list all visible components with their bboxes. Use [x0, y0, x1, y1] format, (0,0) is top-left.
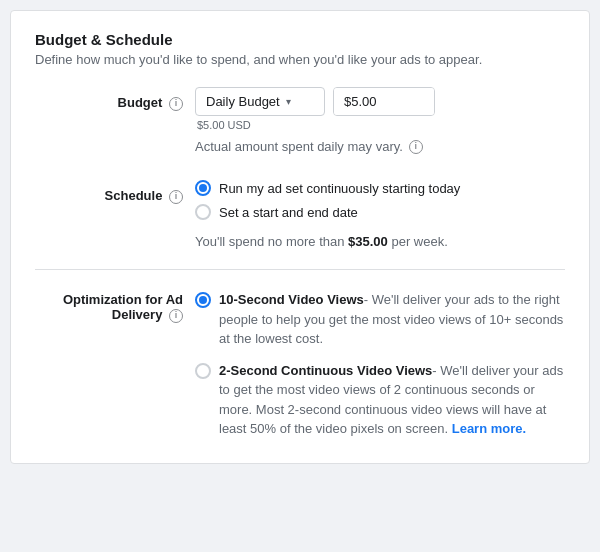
schedule-option-continuous-label: Run my ad set continuously starting toda…: [219, 181, 460, 196]
budget-type-dropdown[interactable]: Daily Budget ▾: [195, 87, 325, 116]
section-subtitle: Define how much you'd like to spend, and…: [35, 52, 565, 67]
budget-schedule-card: Budget & Schedule Define how much you'd …: [10, 10, 590, 464]
optimization-option-2sec-text: 2-Second Continuous Video Views- We'll d…: [219, 361, 565, 439]
schedule-option-date-range-label: Set a start and end date: [219, 205, 358, 220]
amount-note-info-icon[interactable]: i: [409, 140, 423, 154]
amount-note: Actual amount spent daily may vary. i: [195, 139, 565, 154]
optimization-radio-2sec[interactable]: [195, 363, 211, 379]
budget-amount-input[interactable]: [334, 88, 434, 115]
budget-controls: Daily Budget ▾: [195, 87, 565, 116]
section-divider: [35, 269, 565, 270]
dropdown-arrow-icon: ▾: [286, 96, 291, 107]
budget-label: Budget i: [35, 87, 195, 111]
optimization-label: Optimization for Ad Delivery i: [35, 290, 195, 323]
schedule-row: Schedule i Run my ad set continuously st…: [35, 180, 565, 249]
schedule-option-date-range[interactable]: Set a start and end date: [195, 204, 565, 220]
schedule-radio-date-range[interactable]: [195, 204, 211, 220]
schedule-option-continuous[interactable]: Run my ad set continuously starting toda…: [195, 180, 565, 196]
schedule-field-content: Run my ad set continuously starting toda…: [195, 180, 565, 249]
schedule-label: Schedule i: [35, 180, 195, 204]
optimization-radio-10sec[interactable]: [195, 292, 211, 308]
schedule-info-icon[interactable]: i: [169, 190, 183, 204]
optimization-option-10sec-title: 10-Second Video Views: [219, 292, 364, 307]
budget-field-content: Daily Budget ▾ $5.00 USD Actual amount s…: [195, 87, 565, 170]
optimization-section: Optimization for Ad Delivery i 10-Second…: [35, 290, 565, 439]
budget-row: Budget i Daily Budget ▾ $5.00 USD Actual…: [35, 87, 565, 170]
weekly-spend-note: You'll spend no more than $35.00 per wee…: [195, 234, 565, 249]
learn-more-link[interactable]: Learn more.: [452, 421, 526, 436]
schedule-radio-continuous[interactable]: [195, 180, 211, 196]
schedule-options: Run my ad set continuously starting toda…: [195, 180, 565, 220]
optimization-option-10sec[interactable]: 10-Second Video Views- We'll deliver you…: [195, 290, 565, 349]
budget-amount-wrapper: [333, 87, 435, 116]
section-title: Budget & Schedule: [35, 31, 565, 48]
optimization-option-10sec-text: 10-Second Video Views- We'll deliver you…: [219, 290, 565, 349]
optimization-option-2sec-title: 2-Second Continuous Video Views: [219, 363, 432, 378]
budget-type-value: Daily Budget: [206, 94, 280, 109]
optimization-options: 10-Second Video Views- We'll deliver you…: [195, 290, 565, 439]
budget-usd-label: $5.00 USD: [197, 119, 565, 131]
optimization-info-icon[interactable]: i: [169, 309, 183, 323]
optimization-option-2sec[interactable]: 2-Second Continuous Video Views- We'll d…: [195, 361, 565, 439]
budget-info-icon[interactable]: i: [169, 97, 183, 111]
